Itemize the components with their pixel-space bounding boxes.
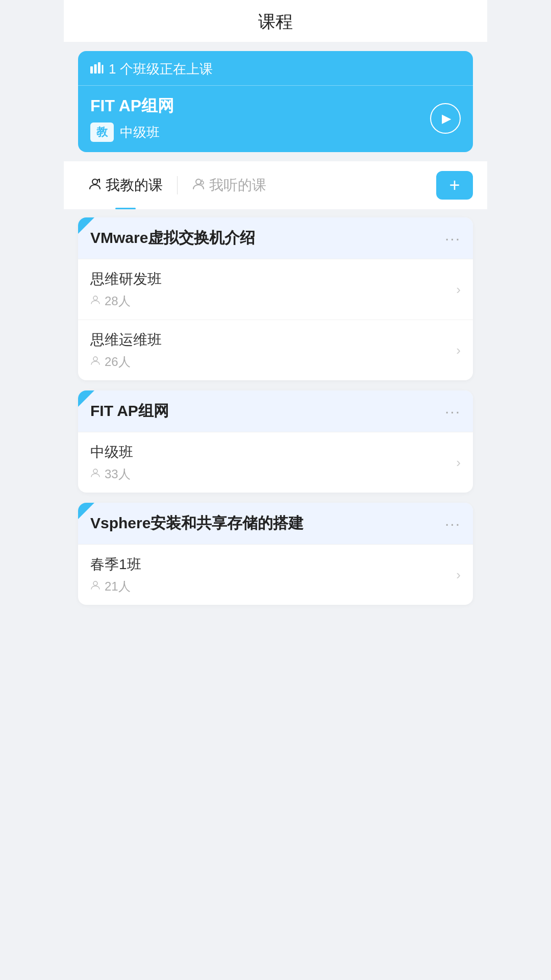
teach-icon [88, 177, 102, 194]
tab-listen-label: 我听的课 [209, 176, 266, 195]
svg-rect-1 [94, 64, 97, 74]
banner-course-info: FIT AP组网 教 中级班 [90, 95, 174, 142]
play-icon: ▶ [442, 111, 451, 126]
active-class-status-text: 1 个班级正在上课 [109, 60, 213, 78]
person-icon [90, 295, 101, 308]
listen-icon [192, 177, 205, 194]
course-1-more-button[interactable]: ··· [445, 230, 461, 247]
banner-course-row: FIT AP组网 教 中级班 ▶ [78, 86, 473, 152]
chevron-right-icon: › [456, 342, 461, 358]
class-count: 21人 [90, 578, 141, 595]
banner-course-meta: 教 中级班 [90, 122, 174, 142]
tab-bar: 我教的课 我听的课 + [64, 161, 487, 209]
svg-point-7 [93, 296, 97, 300]
course-2-more-button[interactable]: ··· [445, 403, 461, 420]
class-count: 28人 [90, 293, 162, 309]
tab-listen[interactable]: 我听的课 [182, 161, 277, 209]
bar-chart-icon [90, 62, 104, 77]
course-1-title: VMware虚拟交换机介绍 [90, 228, 255, 249]
person-icon [90, 468, 101, 481]
teach-tag: 教 [90, 122, 114, 142]
svg-point-5 [196, 179, 201, 184]
class-item[interactable]: 中级班 33人 › [78, 432, 473, 493]
svg-point-9 [93, 469, 97, 473]
chevron-right-icon: › [456, 567, 461, 583]
person-icon [90, 580, 101, 593]
class-name: 中级班 [90, 443, 133, 462]
class-count-text: 21人 [105, 578, 131, 595]
class-item[interactable]: 春季1班 21人 › [78, 544, 473, 605]
page-title: 课程 [64, 0, 487, 42]
course-card-1: VMware虚拟交换机介绍 ··· 思维研发班 28人 › [78, 217, 473, 380]
class-item[interactable]: 思维运维班 26人 › [78, 320, 473, 380]
class-count: 33人 [90, 466, 133, 482]
chevron-right-icon: › [456, 282, 461, 298]
person-icon [90, 355, 101, 369]
course-card-3-header: Vsphere安装和共享存储的搭建 ··· [78, 503, 473, 544]
course-card-2-header: FIT AP组网 ··· [78, 390, 473, 432]
play-button[interactable]: ▶ [430, 103, 461, 134]
course-3-more-button[interactable]: ··· [445, 515, 461, 532]
tab-divider [177, 176, 178, 194]
class-item-left: 思维运维班 26人 [90, 330, 162, 370]
svg-point-4 [92, 179, 97, 184]
svg-point-10 [93, 581, 97, 585]
svg-rect-2 [98, 62, 101, 74]
banner-course-title: FIT AP组网 [90, 95, 174, 117]
class-item-left: 思维研发班 28人 [90, 270, 162, 309]
course-card-1-header: VMware虚拟交换机介绍 ··· [78, 217, 473, 259]
class-count-text: 26人 [105, 354, 131, 370]
tab-teach-label: 我教的课 [106, 176, 163, 195]
banner-class-name: 中级班 [120, 124, 160, 141]
course-card-3: Vsphere安装和共享存储的搭建 ··· 春季1班 21人 › [78, 503, 473, 605]
svg-point-8 [93, 357, 97, 361]
course-3-title: Vsphere安装和共享存储的搭建 [90, 513, 304, 534]
banner-status-row: 1 个班级正在上课 [78, 51, 473, 86]
class-count-text: 33人 [105, 466, 131, 482]
active-class-banner[interactable]: 1 个班级正在上课 FIT AP组网 教 中级班 ▶ [78, 51, 473, 152]
tab-teach[interactable]: 我教的课 [78, 161, 173, 209]
class-count: 26人 [90, 354, 162, 370]
course-2-title: FIT AP组网 [90, 401, 169, 422]
class-name: 思维研发班 [90, 270, 162, 289]
add-course-button[interactable]: + [436, 171, 473, 200]
class-item-left: 春季1班 21人 [90, 555, 141, 595]
course-list: VMware虚拟交换机介绍 ··· 思维研发班 28人 › [64, 217, 487, 605]
course-card-2: FIT AP组网 ··· 中级班 33人 › [78, 390, 473, 493]
class-name: 思维运维班 [90, 330, 162, 350]
class-item-left: 中级班 33人 [90, 443, 133, 482]
svg-rect-0 [90, 66, 93, 74]
chevron-right-icon: › [456, 455, 461, 471]
class-item[interactable]: 思维研发班 28人 › [78, 259, 473, 320]
class-name: 春季1班 [90, 555, 141, 574]
svg-rect-3 [102, 65, 104, 74]
class-count-text: 28人 [105, 293, 131, 309]
